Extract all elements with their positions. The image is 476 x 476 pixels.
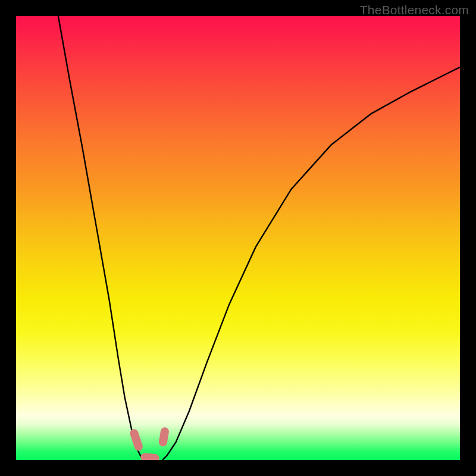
markers-group <box>134 431 164 458</box>
marker-right-upper <box>163 431 165 442</box>
curve-svg <box>16 16 460 460</box>
chart-container: TheBottleneck.com <box>0 0 476 476</box>
marker-left-upper <box>134 433 138 446</box>
curve-right-curve <box>162 67 460 460</box>
watermark-text: TheBottleneck.com <box>360 3 469 17</box>
plot-area <box>16 16 460 460</box>
curve-left-curve <box>58 16 145 460</box>
curves-group <box>58 16 460 460</box>
marker-bottom <box>145 458 155 459</box>
